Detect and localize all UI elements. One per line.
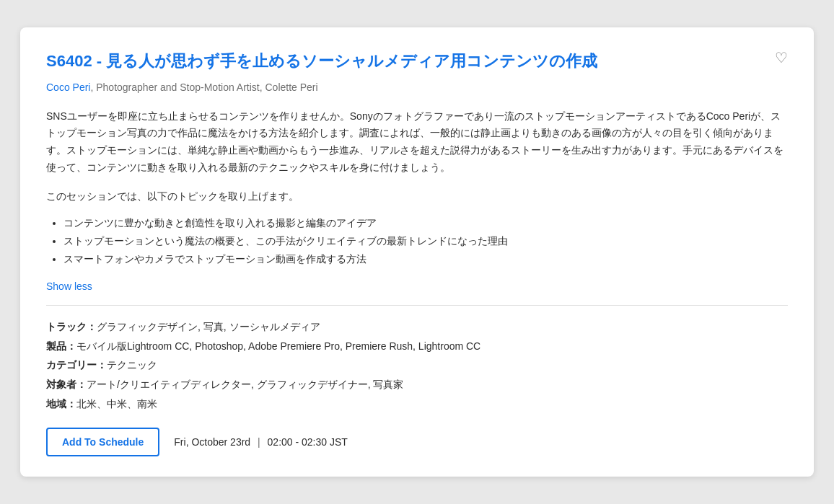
list-item: ストップモーションという魔法の概要と、この手法がクリエイティブの最新トレンドにな…: [63, 232, 788, 250]
footer: Add To Schedule Fri, October 23rd | 02:0…: [46, 428, 788, 456]
audience-value: アート/クリエイティブディレクター, グラフィックデザイナー, 写真家: [87, 379, 403, 390]
author-role: , Photographer and Stop-Motion Artist, C…: [90, 81, 317, 93]
product-label: 製品：: [46, 340, 76, 352]
meta-section: トラック：グラフィックデザイン, 写真, ソーシャルメディア 製品：モバイル版L…: [46, 305, 788, 413]
schedule-date: Fri, October 23rd: [174, 436, 250, 448]
list-item: コンテンツに豊かな動きと創造性を取り入れる撮影と編集のアイデア: [63, 214, 788, 232]
author-info: Coco Peri, Photographer and Stop-Motion …: [46, 80, 788, 95]
session-description: SNSユーザーを即座に立ち止まらせるコンテンツを作りませんか。Sonyのフォトグ…: [46, 108, 788, 177]
track-value: グラフィックデザイン, 写真, ソーシャルメディア: [97, 321, 320, 332]
add-to-schedule-button[interactable]: Add To Schedule: [46, 428, 159, 456]
region-label: 地域：: [46, 398, 76, 410]
region-value: 北米、中米、南米: [76, 398, 157, 410]
category-label: カテゴリー：: [46, 359, 107, 371]
category-row: カテゴリー：テクニック: [46, 355, 788, 375]
session-card: ♡ S6402 - 見る人が思わず手を止めるソーシャルメディア用コンテンツの作成…: [20, 27, 814, 477]
list-item: スマートフォンやカメラでストップモーション動画を作成する方法: [63, 250, 788, 268]
show-less-button[interactable]: Show less: [46, 280, 92, 292]
schedule-separator: |: [258, 436, 260, 448]
category-value: テクニック: [107, 359, 157, 371]
favorite-icon[interactable]: ♡: [775, 50, 788, 65]
audience-row: 対象者：アート/クリエイティブディレクター, グラフィックデザイナー, 写真家: [46, 375, 788, 394]
author-name: Coco Peri: [46, 81, 90, 93]
session-intro: このセッションでは、以下のトピックを取り上げます。: [46, 188, 788, 205]
track-row: トラック：グラフィックデザイン, 写真, ソーシャルメディア: [46, 317, 788, 337]
region-row: 地域：北米、中米、南米: [46, 394, 788, 414]
schedule-time-range: 02:00 - 02:30 JST: [268, 436, 348, 448]
schedule-time: Fri, October 23rd | 02:00 - 02:30 JST: [174, 436, 348, 448]
session-title: S6402 - 見る人が思わず手を止めるソーシャルメディア用コンテンツの作成: [46, 50, 788, 73]
product-row: 製品：モバイル版Lightroom CC, Photoshop, Adobe P…: [46, 337, 788, 356]
product-value: モバイル版Lightroom CC, Photoshop, Adobe Prem…: [76, 340, 480, 352]
audience-label: 対象者：: [46, 379, 87, 390]
topic-list: コンテンツに豊かな動きと創造性を取り入れる撮影と編集のアイデア ストップモーショ…: [46, 214, 788, 269]
track-label: トラック：: [46, 321, 97, 332]
